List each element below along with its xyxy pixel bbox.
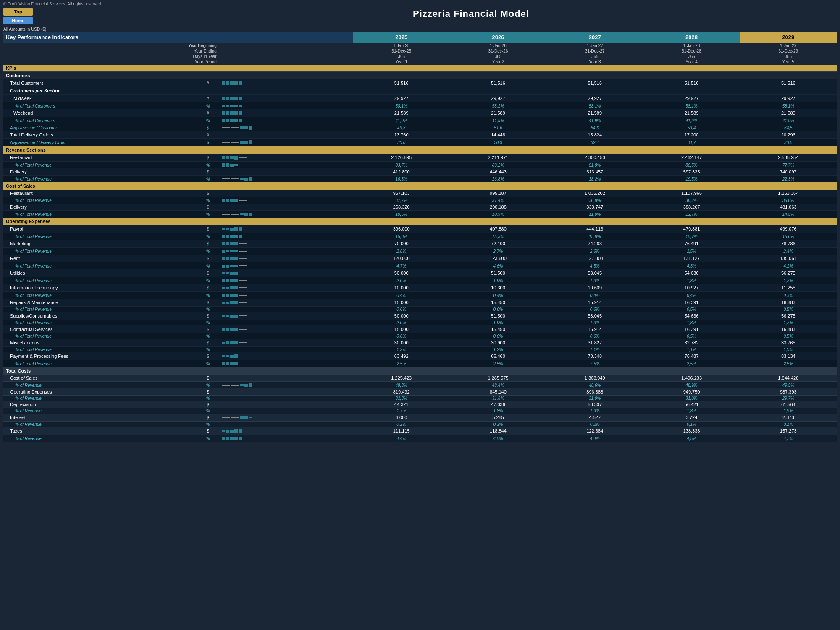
year-beginning-label: Year Beginning [3,43,219,48]
rest-rev-unit: $ [197,154,219,162]
tc-cos-unit: $ [197,375,219,382]
tc-opex-label: Operating Expenses [3,388,197,396]
restaurant-rev-row: Restaurant $ 2.126.895 2.211.971 2.300.4… [3,154,837,162]
payroll-label: Payroll [3,225,197,233]
diy-2026: 365 [450,54,546,59]
rent-pct-row: % of Total Revenue % 4,7% 4,6% 4,5% 4,3%… [3,262,837,270]
tc-taxes-unit: $ [197,427,219,435]
year-2026-header: 2026 [450,32,546,43]
cost-of-sales-label: Cost of Sales [3,182,837,190]
misc-label: Miscellaneous [3,339,197,347]
year-2029-header: 2029 [740,32,837,43]
top-button[interactable]: Top [3,8,33,16]
tc-cos-pct-label: % of Revenue [3,382,197,389]
repairs-label: Repairs & Maintenance [3,299,197,307]
marketing-unit: $ [197,240,219,248]
year-period-label: Year Period [3,59,219,65]
spark-bar-4 [234,81,238,85]
midweek-row: Midweek # 29,927 29,927 29,927 29,927 29… [3,94,837,102]
yp-2028: Year 4 [643,59,740,65]
restaurant-rev-pct-row: % of Total Revenue % 83,7% 83,2% 81,8% 8… [3,162,837,169]
tc-2026: 51,516 [450,79,546,87]
supplies-pct-label: % of Total Revenue [3,320,197,326]
top-bar: © Profit Vision Financial Services. All … [0,0,840,26]
tc-taxes-pct-label: % of Revenue [3,435,197,442]
yp-2029: Year 5 [740,59,837,65]
year-period-row: Year Period Year 1 Year 2 Year 3 Year 4 … [3,59,837,65]
tc-opex-pct-row: % of Revenue % 32,3% 31,8% 31,9% 31,0% 2… [3,396,837,402]
payment-fees-pct-label: % of Total Revenue [3,360,197,368]
rest-cos-pct-label: % of Total Revenue [3,197,197,204]
ye-2025: 31-Dec-25 [353,48,450,54]
contractual-unit: $ [197,326,219,333]
avg-rev-customer-row: Avg.Revenue / Customer $ 49,3 51,6 54,6 … [3,124,837,131]
marketing-label: Marketing [3,240,197,248]
yb-2025: 1-Jan-25 [353,43,450,48]
spark-bar-1 [222,81,225,85]
ard-label: Avg.Revenue / Delivery Order [3,139,197,147]
utilities-row: Utilities $ 50.000 51.500 53.045 54.636 … [3,269,837,277]
tc-2028: 51,516 [643,79,740,87]
repairs-pct-label: % of Total Revenue [3,307,197,312]
rest-rev-label: Restaurant [3,154,197,162]
tc-dep-unit: $ [197,401,219,408]
it-row: Information Technology $ 10.000 10.300 1… [3,284,837,292]
kpis-section-label: KPIs [3,65,837,72]
ard-unit: $ [197,139,219,147]
weekend-pct-label: % of Total Customers [3,117,197,124]
rest-cos-unit: $ [197,190,219,197]
tc-opex-unit: $ [197,388,219,396]
home-button[interactable]: Home [3,17,33,24]
cost-of-sales-section-row: Cost of Sales [3,182,837,190]
contractual-pct-label: % of Total Revenue [3,333,197,339]
tc-dep-pct-label: % of Revenue [3,408,197,414]
year-2025-header: 2025 [353,32,450,43]
total-costs-section-row: Total Costs [3,367,837,375]
tc-opex-row: Operating Expenses $ 819.492 845.140 896… [3,388,837,396]
days-in-year-label: Days in Year [3,54,219,59]
cps-label: Customers per Section [3,87,197,94]
payment-fees-unit: $ [197,352,219,360]
year-beginning-row: Year Beginning 1-Jan-25 1-Jan-26 1-Jan-2… [3,43,837,48]
diy-2027: 365 [546,54,643,59]
copyright-text: © Profit Vision Financial Services. All … [3,2,102,6]
weekend-unit: # [197,109,219,117]
weekend-pct-row: % of Total Customers % 41,9% 41,9% 41,9%… [3,117,837,124]
kpis-section-row: KPIs [3,65,837,72]
misc-pct-row: % of Total Revenue % 1,2% 1,2% 1,1% 1,1%… [3,347,837,353]
total-customers-row: Total Customers # 51,516 51,516 51,516 5… [3,79,837,87]
it-label: Information Technology [3,284,197,292]
misc-unit: $ [197,339,219,347]
restaurant-cos-pct-row: % of Total Revenue % 37,7% 37,4% 36,8% 3… [3,197,837,204]
tc-taxes-pct-row: % of Revenue % 4,4% 4,5% 4,4% 4,5% 4,7% [3,435,837,442]
restaurant-cos-row: Restaurant $ 957.103 995.387 1.035.202 1… [3,190,837,197]
yb-2026: 1-Jan-26 [450,43,546,48]
currency-note: All Amounts in USD ($) [0,26,840,32]
rest-cos-label: Restaurant [3,190,197,197]
year-2028-header: 2028 [643,32,740,43]
main-table-container: Key Performance Indicators 2025 2026 202… [0,32,840,450]
payroll-unit: $ [197,225,219,233]
total-costs-label: Total Costs [3,367,837,375]
header-row: Key Performance Indicators 2025 2026 202… [3,32,837,43]
contractual-row: Contractual Services $ 15.000 15.450 15.… [3,326,837,333]
repairs-pct-row: % of Total Revenue % 0,6% 0,6% 0,6% 0,5%… [3,307,837,312]
tc-dep-label: Depreciation [3,401,197,408]
del-cos-pct-label: % of Total Revenue [3,211,197,218]
days-in-year-row: Days in Year 365 365 365 366 365 [3,54,837,59]
del-rev-label: Delivery [3,168,197,176]
rent-row: Rent $ 120.000 123.600 127.308 131.127 1… [3,255,837,262]
tc-cos-label: Cost of Sales [3,375,197,382]
del-cos-unit: $ [197,204,219,211]
tc-2027: 51,516 [546,79,643,87]
marketing-pct-row: % of Total Revenue % 2,8% 2,7% 2,6% 2,5%… [3,248,837,255]
midweek-chart [219,94,353,102]
ye-2028: 31-Dec-28 [643,48,740,54]
spark-bar-3 [230,81,234,85]
tc-cos-pct-row: % of Revenue % 48,3% 48,4% 48,6% 48,9% 4… [3,382,837,389]
ye-2027: 31-Dec-27 [546,48,643,54]
tc-dep-pct-row: % of Revenue % 1,7% 1,8% 1,9% 1,8% 1,9% [3,408,837,414]
diy-2029: 365 [740,54,837,59]
tdo-label: Total Delivery Orders [3,131,197,139]
total-customers-label: Total Customers [3,79,197,87]
